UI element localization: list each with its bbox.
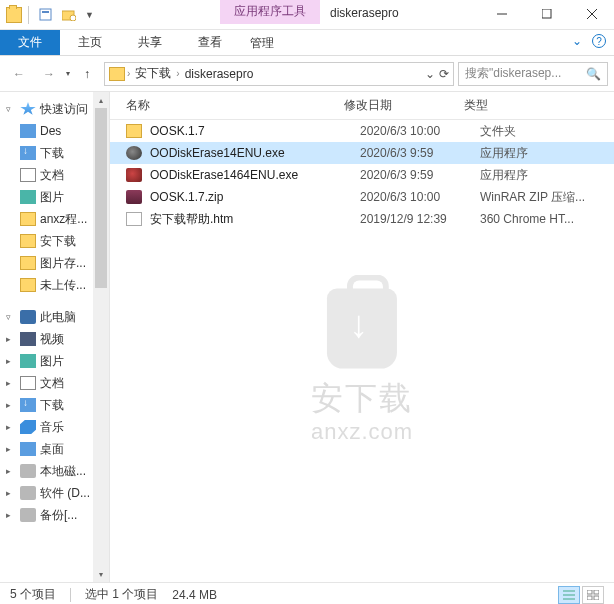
breadcrumb-folder-icon (109, 67, 125, 81)
file-tab[interactable]: 文件 (0, 30, 60, 55)
file-row[interactable]: 安下载帮助.htm2019/12/9 12:39360 Chrome HT... (110, 208, 614, 230)
svg-rect-13 (587, 596, 592, 600)
history-dropdown-icon[interactable]: ▾ (66, 69, 70, 78)
file-name: OODiskErase14ENU.exe (150, 146, 360, 160)
file-date: 2020/6/3 9:59 (360, 168, 480, 182)
disk-icon (20, 486, 36, 500)
sidebar-scrollbar[interactable]: ▴ ▾ (93, 92, 109, 582)
sidebar-item-label: 文档 (40, 167, 64, 184)
file-name: OOSK.1.7.zip (150, 190, 360, 204)
status-selected: 选中 1 个项目 (85, 586, 158, 603)
breadcrumb[interactable]: › 安下载 › diskerasepro ⌄ ⟳ (104, 62, 454, 86)
column-date[interactable]: 修改日期 (344, 97, 464, 114)
star-icon (20, 102, 36, 116)
minimize-button[interactable] (479, 0, 524, 28)
search-input[interactable]: 搜索"diskerasep... 🔍 (458, 62, 608, 86)
breadcrumb-item[interactable]: 安下载 (132, 65, 174, 82)
scroll-thumb[interactable] (95, 108, 107, 288)
watermark-lock-icon (327, 289, 397, 369)
tab-manage[interactable]: 管理 (232, 30, 292, 57)
folder-icon (126, 124, 142, 138)
tab-view[interactable]: 查看 (180, 30, 240, 55)
sidebar-item-label: Des (40, 124, 61, 138)
statusbar: 5 个项目 选中 1 个项目 24.4 MB (0, 582, 614, 604)
window-folder-icon (6, 7, 22, 23)
disk-icon (20, 464, 36, 478)
vid-icon (20, 332, 36, 346)
view-icons-button[interactable] (582, 586, 604, 604)
pic-icon (20, 190, 36, 204)
up-button[interactable]: ↑ (74, 61, 100, 87)
file-row[interactable]: OODiskErase1464ENU.exe2020/6/3 9:59应用程序 (110, 164, 614, 186)
sidebar-item-label: 软件 (D... (40, 485, 90, 502)
scroll-down-icon[interactable]: ▾ (93, 566, 109, 582)
chevron-right-icon[interactable]: › (176, 68, 179, 79)
back-button[interactable]: ← (6, 61, 32, 87)
tab-share[interactable]: 共享 (120, 30, 180, 55)
sidebar: ▿ 快速访问 Des下载文档图片anxz程...安下载图片存...未上传... … (0, 92, 110, 582)
sidebar-item-label: 备份[... (40, 507, 77, 524)
chevron-right-icon[interactable]: › (127, 68, 130, 79)
scroll-up-icon[interactable]: ▴ (93, 92, 109, 108)
titlebar: ▼ 应用程序工具 diskerasepro (0, 0, 614, 30)
doc-icon (20, 376, 36, 390)
ribbon: 文件 主页 共享 查看 管理 ⌄ ? (0, 30, 614, 56)
nav-toolbar: ← → ▾ ↑ › 安下载 › diskerasepro ⌄ ⟳ 搜索"disk… (0, 56, 614, 92)
sidebar-item-label: 桌面 (40, 441, 64, 458)
pc-icon (20, 310, 36, 324)
search-placeholder: 搜索"diskerasep... (465, 65, 561, 82)
view-details-button[interactable] (558, 586, 580, 604)
file-name: OODiskErase1464ENU.exe (150, 168, 360, 182)
maximize-button[interactable] (524, 0, 569, 28)
sidebar-item-label: 安下载 (40, 233, 76, 250)
file-name: OOSK.1.7 (150, 124, 360, 138)
file-list[interactable]: OOSK.1.72020/6/3 10:00文件夹OODiskErase14EN… (110, 120, 614, 582)
desk-icon (20, 124, 36, 138)
sidebar-item-label: 下载 (40, 397, 64, 414)
svg-rect-11 (587, 590, 592, 594)
status-count: 5 个项目 (10, 586, 56, 603)
svg-rect-12 (594, 590, 599, 594)
column-type[interactable]: 类型 (464, 97, 614, 114)
file-type: 文件夹 (480, 123, 516, 140)
file-date: 2020/6/3 9:59 (360, 146, 480, 160)
mus-icon (20, 420, 36, 434)
breadcrumb-item[interactable]: diskerasepro (182, 67, 257, 81)
sidebar-item-label: 图片 (40, 189, 64, 206)
pic-icon (20, 354, 36, 368)
desk-icon (20, 442, 36, 456)
qat-newfolder-icon[interactable] (59, 5, 79, 25)
forward-button[interactable]: → (36, 61, 62, 87)
file-name: 安下载帮助.htm (150, 211, 360, 228)
svg-rect-1 (42, 11, 49, 13)
disk-icon (20, 508, 36, 522)
sidebar-item-label: 未上传... (40, 277, 86, 294)
status-size: 24.4 MB (172, 588, 217, 602)
sidebar-item-label: anxz程... (40, 211, 87, 228)
file-type: 应用程序 (480, 145, 528, 162)
file-row[interactable]: OOSK.1.72020/6/3 10:00文件夹 (110, 120, 614, 142)
breadcrumb-dropdown-icon[interactable]: ⌄ (425, 67, 435, 81)
column-name[interactable]: 名称 (126, 97, 344, 114)
doc-icon (20, 168, 36, 182)
sidebar-item-label: 下载 (40, 145, 64, 162)
htm-icon (126, 212, 142, 226)
file-date: 2019/12/9 12:39 (360, 212, 480, 226)
exe2-icon (126, 168, 142, 182)
refresh-icon[interactable]: ⟳ (439, 67, 449, 81)
sidebar-item-label: 音乐 (40, 419, 64, 436)
qat-properties-icon[interactable] (35, 5, 55, 25)
help-icon[interactable]: ? (592, 34, 606, 48)
folder-icon (20, 278, 36, 292)
zip-icon (126, 190, 142, 204)
svg-point-3 (70, 15, 76, 21)
file-row[interactable]: OODiskErase14ENU.exe2020/6/3 9:59应用程序 (110, 142, 614, 164)
search-icon[interactable]: 🔍 (586, 67, 601, 81)
close-button[interactable] (569, 0, 614, 28)
sidebar-item-label: 图片 (40, 353, 64, 370)
tab-home[interactable]: 主页 (60, 30, 120, 55)
ribbon-expand-icon[interactable]: ⌄ (572, 34, 582, 48)
file-date: 2020/6/3 10:00 (360, 124, 480, 138)
file-row[interactable]: OOSK.1.7.zip2020/6/3 10:00WinRAR ZIP 压缩.… (110, 186, 614, 208)
qat-customize-icon[interactable]: ▼ (83, 10, 96, 20)
